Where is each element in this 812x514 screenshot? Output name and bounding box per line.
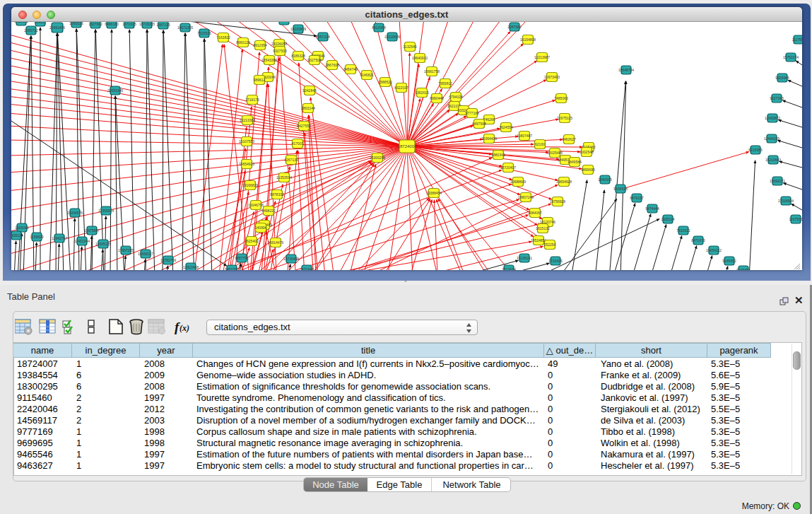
svg-text:1640935: 1640935 [598,177,612,182]
svg-text:2935114: 2935114 [661,217,674,221]
svg-text:16961758: 16961758 [424,69,440,74]
svg-text:1925061: 1925061 [15,226,29,230]
svg-text:19388454: 19388454 [426,191,442,195]
svg-text:7955812: 7955812 [438,81,452,86]
svg-text:8454749: 8454749 [343,67,358,71]
svg-text:16543382: 16543382 [261,58,277,62]
svg-text:16914479: 16914479 [268,240,283,245]
svg-text:1880341: 1880341 [491,153,505,157]
svg-text:8990448: 8990448 [430,96,444,100]
svg-text:417003: 417003 [292,141,304,146]
svg-text:9457792: 9457792 [225,267,239,270]
svg-text:8186328: 8186328 [291,54,305,58]
svg-text:6497568: 6497568 [472,122,486,126]
svg-text:1513614: 1513614 [502,267,516,270]
svg-text:7357224: 7357224 [316,35,330,39]
svg-text:10973493: 10973493 [544,75,560,79]
svg-text:19166829: 19166829 [242,183,258,187]
svg-text:1071915: 1071915 [122,22,136,26]
svg-text:15751074: 15751074 [783,55,799,59]
svg-text:10975887: 10975887 [84,228,100,233]
svg-text:8322037: 8322037 [394,86,408,90]
svg-text:7163822: 7163822 [216,35,230,40]
svg-text:9245651: 9245651 [736,268,751,270]
svg-text:1065526: 1065526 [69,22,83,25]
svg-text:1117554: 1117554 [792,37,802,42]
svg-text:10688609: 10688609 [510,180,526,184]
svg-text:16671355: 16671355 [177,25,193,30]
svg-text:15692071: 15692071 [770,179,785,183]
svg-text:9327508: 9327508 [307,58,322,62]
svg-text:7485063: 7485063 [554,96,568,100]
svg-text:16782759: 16782759 [160,258,176,262]
svg-text:7625402: 7625402 [245,239,259,243]
svg-text:1588520: 1588520 [378,80,392,84]
svg-text:1167533: 1167533 [789,217,802,221]
svg-text:8912954: 8912954 [253,43,267,47]
svg-text:10807487: 10807487 [517,134,532,138]
svg-text:10046756: 10046756 [248,203,264,207]
svg-text:1667135: 1667135 [156,23,170,27]
svg-text:6479197: 6479197 [630,196,644,200]
svg-text:7515526: 7515526 [197,31,211,35]
svg-text:16210643: 16210643 [765,158,781,162]
svg-text:1132549: 1132549 [403,45,416,49]
svg-text:8215955: 8215955 [748,148,763,152]
svg-text:12444159: 12444159 [764,136,779,141]
svg-text:12093872: 12093872 [765,116,780,120]
svg-text:7632621: 7632621 [676,228,690,233]
svg-text:9338928: 9338928 [613,187,628,191]
svg-text:2718176: 2718176 [245,98,259,102]
svg-text:25300295: 25300295 [370,156,385,160]
svg-text:2867608: 2867608 [325,63,339,67]
svg-text:20691406: 20691406 [49,25,65,30]
svg-text:12213383: 12213383 [240,118,255,122]
svg-text:1527602: 1527602 [88,22,102,26]
svg-text:16154808: 16154808 [520,37,536,42]
svg-text:9084067: 9084067 [528,211,542,215]
svg-text:140994: 140994 [255,226,267,230]
svg-text:160338: 160338 [278,22,290,23]
svg-text:6794028: 6794028 [449,95,463,99]
svg-text:18807249: 18807249 [518,195,534,199]
svg-text:3267130: 3267130 [284,158,298,162]
svg-text:9227343: 9227343 [770,96,784,100]
svg-text:18640910: 18640910 [412,56,428,60]
svg-text:15136141: 15136141 [517,256,532,260]
svg-text:9245652: 9245652 [722,259,736,263]
svg-text:2803144: 2803144 [301,106,315,110]
svg-text:10025486: 10025486 [547,151,563,155]
svg-text:9474444: 9474444 [645,206,659,211]
svg-text:1849584: 1849584 [567,160,582,164]
svg-text:9329966: 9329966 [775,76,789,80]
svg-text:20364436: 20364436 [481,136,497,141]
svg-text:2087682: 2087682 [507,25,522,29]
svg-text:8427552: 8427552 [297,124,311,128]
svg-text:1615132: 1615132 [536,226,550,230]
svg-text:17359924: 17359924 [98,209,114,213]
svg-text:11353594: 11353594 [276,175,292,180]
svg-text:19756928: 19756928 [550,199,565,204]
svg-text:8471676: 8471676 [691,238,705,243]
svg-text:8660123: 8660123 [236,40,250,45]
svg-text:9146821: 9146821 [360,73,374,77]
svg-text:1571648: 1571648 [300,267,314,270]
svg-text:1156829: 1156829 [30,235,43,239]
svg-text:18724007: 18724007 [398,144,417,148]
svg-text:10654112: 10654112 [706,248,722,252]
svg-text:17957255: 17957255 [118,248,134,252]
svg-text:8878332: 8878332 [270,192,284,197]
svg-text:6466160: 6466160 [105,22,119,26]
svg-text:9242848: 9242848 [302,88,317,93]
svg-text:17016504: 17016504 [778,199,794,203]
svg-text:10107553: 10107553 [239,139,254,144]
svg-text:8232931: 8232931 [14,22,28,23]
svg-text:252254: 252254 [544,243,556,247]
svg-text:12923468: 12923468 [183,265,199,269]
svg-text:19218506: 19218506 [384,35,400,39]
svg-text:9777169: 9777169 [465,111,479,115]
svg-text:15716485: 15716485 [283,257,299,261]
svg-text:15720407: 15720407 [500,165,516,170]
svg-text:19654923: 19654923 [239,162,254,166]
svg-text:16648784: 16648784 [618,68,634,72]
